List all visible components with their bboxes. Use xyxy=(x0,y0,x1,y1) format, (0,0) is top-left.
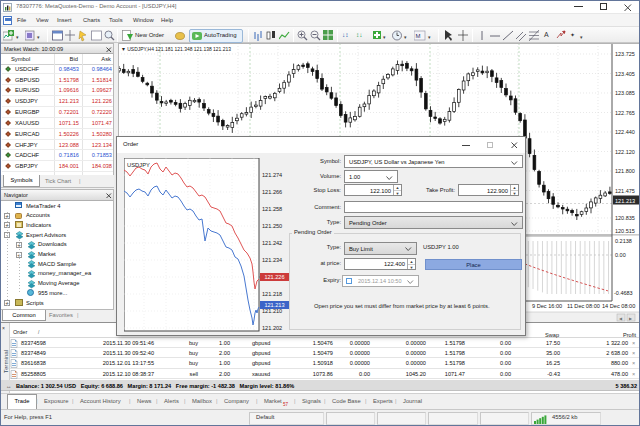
svg-text:123.405: 123.405 xyxy=(615,71,635,77)
svg-text:122.440: 122.440 xyxy=(615,129,635,135)
svg-text:121.475: 121.475 xyxy=(615,188,635,194)
svg-text:121.800: 121.800 xyxy=(615,168,635,174)
svg-text:120.515: 120.515 xyxy=(615,228,635,234)
svg-text:9 Dec 16:00: 9 Dec 16:00 xyxy=(532,303,562,309)
svg-text:▼ USDJPY,H4 121.181 121.348 1: ▼ USDJPY,H4 121.181 121.348 121.138 121.… xyxy=(121,46,231,52)
svg-text:122.765: 122.765 xyxy=(615,110,635,116)
svg-text:11 Dec 08:00: 11 Dec 08:00 xyxy=(567,303,600,309)
svg-text:0.2138: 0.2138 xyxy=(615,238,632,244)
svg-text:-0.4683: -0.4683 xyxy=(614,290,633,296)
svg-text:122.120: 122.120 xyxy=(615,149,635,155)
svg-text:14 Dec 08:00: 14 Dec 08:00 xyxy=(602,303,635,309)
svg-text:120.835: 120.835 xyxy=(615,215,635,221)
svg-text:121.213: 121.213 xyxy=(615,198,635,204)
svg-text:123.725: 123.725 xyxy=(615,51,635,57)
svg-text:M: M xyxy=(416,33,421,39)
svg-text:123.085: 123.085 xyxy=(615,90,635,96)
svg-text:USDJPY: USDJPY xyxy=(127,162,150,168)
svg-text:0.00: 0.00 xyxy=(615,252,626,258)
